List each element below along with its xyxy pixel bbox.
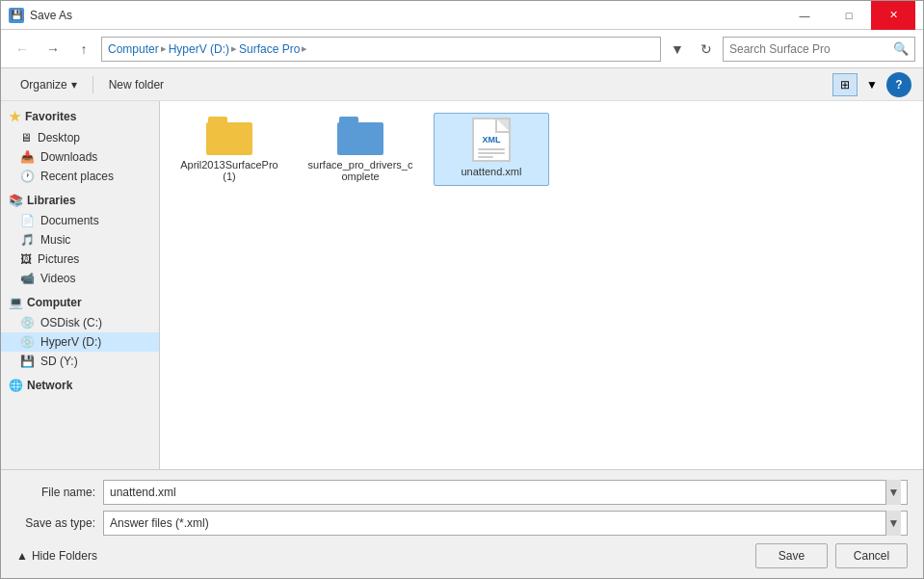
file-area: April2013SurfacePro (1) surface_pro_driv… — [160, 101, 923, 469]
sidebar-favorites-section: ★ Favorites 🖥 Desktop 📥 Downloads 🕐 Rece… — [1, 105, 159, 186]
view-buttons: ⊞ ▼ ? — [832, 72, 911, 97]
sdy-icon: 💾 — [20, 355, 35, 368]
forward-button[interactable]: → — [40, 37, 66, 62]
back-button[interactable]: ← — [9, 37, 36, 62]
hide-folders-button[interactable]: ▲ Hide Folders — [16, 549, 97, 563]
sidebar-item-downloads[interactable]: 📥 Downloads — [1, 147, 159, 167]
filename-dropdown-button[interactable]: ▼ — [885, 480, 901, 505]
documents-icon: 📄 — [20, 214, 35, 227]
sidebar-videos-label: Videos — [40, 272, 75, 285]
sidebar-item-sdy[interactable]: 💾 SD (Y:) — [1, 352, 159, 371]
savetype-input-wrapper: Answer files (*.xml) ▼ — [103, 511, 908, 536]
sidebar-item-recent[interactable]: 🕐 Recent places — [1, 167, 159, 186]
refresh-button[interactable]: ↻ — [694, 37, 719, 62]
savetype-dropdown-button[interactable]: ▼ — [885, 511, 901, 536]
sidebar: ★ Favorites 🖥 Desktop 📥 Downloads 🕐 Rece… — [1, 101, 160, 469]
title-bar: 💾 Save As — □ ✕ — [1, 1, 923, 30]
toolbar: Organize ▾ New folder ⊞ ▼ ? — [1, 68, 923, 101]
sidebar-network-header[interactable]: 🌐 Network — [1, 375, 159, 396]
sidebar-libraries-header[interactable]: 📚 Libraries — [1, 190, 159, 211]
sidebar-osdisk-label: OSDisk (C:) — [40, 316, 102, 329]
sidebar-documents-label: Documents — [40, 214, 99, 227]
view-dropdown-button[interactable]: ▼ — [859, 73, 884, 96]
folder-drivers-icon — [337, 117, 383, 155]
title-bar-controls: — □ ✕ — [782, 1, 915, 30]
sidebar-libraries-label: Libraries — [27, 194, 76, 207]
minimize-button[interactable]: — — [782, 1, 827, 30]
savetype-row: Save as type: Answer files (*.xml) ▼ — [16, 511, 908, 536]
favorites-star-icon: ★ — [9, 109, 21, 124]
network-icon: 🌐 — [9, 379, 23, 392]
new-folder-label: New folder — [109, 78, 164, 92]
up-button[interactable]: ↑ — [70, 37, 97, 62]
main-content: ★ Favorites 🖥 Desktop 📥 Downloads 🕐 Rece… — [1, 101, 923, 469]
file-april2013-label: April2013SurfacePro (1) — [176, 159, 282, 182]
filename-input[interactable] — [110, 486, 885, 499]
hide-folders-arrow-icon: ▲ — [16, 549, 28, 563]
help-button[interactable]: ? — [886, 72, 911, 97]
save-as-window: 💾 Save As — □ ✕ ← → ↑ Computer ▸ HyperV … — [0, 0, 924, 579]
folder-april2013-icon — [206, 117, 252, 155]
sidebar-computer-header[interactable]: 💻 Computer — [1, 292, 159, 313]
file-item-drivers[interactable]: surface_pro_drivers_complete — [303, 113, 418, 186]
organize-label: Organize — [20, 78, 67, 92]
sidebar-item-hypervd[interactable]: 💿 HyperV (D:) — [1, 332, 159, 352]
filename-label: File name: — [16, 486, 103, 499]
desktop-icon: 🖥 — [20, 131, 32, 145]
cancel-button[interactable]: Cancel — [835, 543, 908, 568]
maximize-button[interactable]: □ — [827, 1, 871, 30]
file-drivers-label: surface_pro_drivers_complete — [307, 159, 413, 182]
new-folder-button[interactable]: New folder — [101, 74, 172, 95]
window-icon: 💾 — [9, 8, 24, 23]
file-unattend-label: unattend.xml — [462, 166, 522, 177]
hypervd-icon: 💿 — [20, 335, 35, 349]
file-item-unattend[interactable]: XML unattend.xml — [434, 113, 549, 186]
filename-input-wrapper: ▼ — [103, 480, 908, 505]
organize-button[interactable]: Organize ▾ — [13, 74, 85, 95]
sidebar-favorites-label: Favorites — [25, 110, 76, 123]
libraries-icon: 📚 — [9, 194, 23, 207]
music-icon: 🎵 — [20, 233, 35, 247]
file-item-april2013[interactable]: April2013SurfacePro (1) — [172, 113, 287, 186]
sidebar-item-desktop[interactable]: 🖥 Desktop — [1, 128, 159, 147]
bottom-panel: File name: ▼ Save as type: Answer files … — [1, 469, 923, 578]
savetype-value: Answer files (*.xml) — [110, 516, 885, 530]
sidebar-libraries-section: 📚 Libraries 📄 Documents 🎵 Music 🖼 Pictur… — [1, 190, 159, 288]
breadcrumb-bar[interactable]: Computer ▸ HyperV (D:) ▸ Surface Pro ▸ — [101, 37, 661, 62]
osdisk-icon: 💿 — [20, 316, 35, 329]
sidebar-item-pictures[interactable]: 🖼 Pictures — [1, 250, 159, 269]
sidebar-recent-label: Recent places — [40, 170, 114, 183]
sidebar-item-osdisk[interactable]: 💿 OSDisk (C:) — [1, 313, 159, 332]
videos-icon: 📹 — [20, 272, 35, 285]
search-icon: 🔍 — [893, 41, 909, 56]
savetype-label: Save as type: — [16, 516, 103, 530]
dropdown-button[interactable]: ▼ — [665, 37, 690, 62]
sidebar-sdy-label: SD (Y:) — [40, 355, 78, 368]
sidebar-desktop-label: Desktop — [38, 131, 80, 145]
filename-row: File name: ▼ — [16, 480, 908, 505]
save-button[interactable]: Save — [755, 543, 828, 568]
window-title: Save As — [30, 9, 72, 22]
sidebar-item-music[interactable]: 🎵 Music — [1, 230, 159, 250]
view-tiles-button[interactable]: ⊞ — [832, 73, 858, 96]
sidebar-favorites-header[interactable]: ★ Favorites — [1, 105, 159, 128]
sidebar-network-label: Network — [27, 379, 72, 392]
recent-icon: 🕐 — [20, 170, 35, 183]
sidebar-computer-section: 💻 Computer 💿 OSDisk (C:) 💿 HyperV (D:) 💾… — [1, 292, 159, 371]
search-input[interactable] — [729, 42, 889, 56]
hide-folders-label: Hide Folders — [32, 549, 97, 563]
breadcrumb-hypervd[interactable]: HyperV (D:) — [169, 42, 229, 56]
breadcrumb-computer[interactable]: Computer — [108, 42, 159, 56]
search-box[interactable]: 🔍 — [723, 37, 915, 62]
breadcrumb-surfacepro[interactable]: Surface Pro — [239, 42, 300, 56]
close-button[interactable]: ✕ — [871, 1, 915, 30]
xml-file-icon: XML — [472, 118, 511, 162]
sidebar-computer-label: Computer — [27, 296, 82, 309]
sidebar-music-label: Music — [40, 233, 70, 247]
sidebar-item-videos[interactable]: 📹 Videos — [1, 269, 159, 288]
sidebar-network-section: 🌐 Network — [1, 375, 159, 396]
sidebar-item-documents[interactable]: 📄 Documents — [1, 211, 159, 230]
organize-arrow: ▾ — [71, 78, 77, 92]
sidebar-hypervd-label: HyperV (D:) — [40, 335, 101, 349]
title-bar-left: 💾 Save As — [9, 8, 72, 23]
